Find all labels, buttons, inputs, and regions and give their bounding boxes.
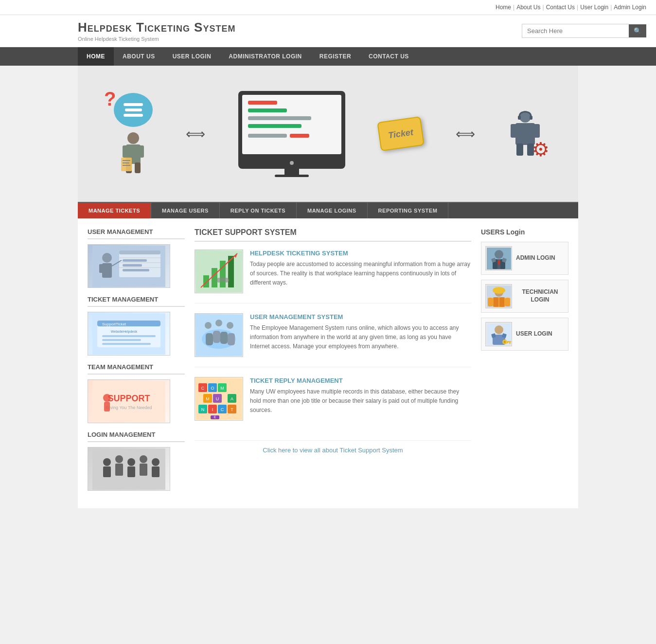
admin-login-label: ADMIN LOGIN xyxy=(516,254,555,262)
ticket-icon: Ticket xyxy=(379,119,423,148)
search-box: 🔍 xyxy=(522,24,646,38)
sidebar-team-management-title: TEAM MANAGEMENT xyxy=(88,363,185,375)
svg-point-115 xyxy=(495,325,503,334)
nav-admin-login[interactable]: ADMINISTRATOR LOGIN xyxy=(220,47,310,66)
left-sidebar: USER MANAGEMENT TI xyxy=(88,228,185,499)
subnav-manage-users[interactable]: MANAGE USERS xyxy=(151,203,220,218)
content-item-user-mgmt: USER MANAGEMENT SYSTEM The Employee Mana… xyxy=(195,313,471,367)
svg-text:A: A xyxy=(230,396,233,401)
content-item-ticket-reply-text: TICKET REPLY MANAGEMENT Many UW employee… xyxy=(250,377,471,421)
right-sidebar: USERS Login ADMIN LOGIN xyxy=(481,228,568,499)
svg-rect-3 xyxy=(138,145,144,158)
svg-rect-37 xyxy=(102,335,156,337)
svg-rect-55 xyxy=(152,466,160,477)
header: Helpdesk Ticketing System Online Helpdes… xyxy=(0,15,656,47)
svg-point-19 xyxy=(102,253,112,263)
content-section-title: TICKET SUPPORT SYSTEM xyxy=(195,228,471,242)
technician-login-label: TECHNICIAN LOGIN xyxy=(516,288,564,304)
svg-text:I: I xyxy=(212,407,213,412)
view-all-link[interactable]: Click here to view all about Ticket Supp… xyxy=(195,440,471,460)
content-item-helpdesk-title: HELPDESK TICKETING SYSTEM xyxy=(250,250,471,257)
main-content: USER MANAGEMENT TI xyxy=(78,218,578,508)
sidebar-login-management-title: LOGIN MANAGEMENT xyxy=(88,431,185,442)
subnav-manage-logins[interactable]: MANAGE LOGINS xyxy=(297,203,368,218)
sidebar-team-management-img: SUPPORT Giving You The Needed xyxy=(88,379,170,423)
subnav-manage-tickets[interactable]: MANAGE TICKETS xyxy=(78,203,151,218)
svg-rect-70 xyxy=(220,332,228,344)
monitor xyxy=(238,91,345,177)
logo-subtitle: Online Helpdesk Ticketing System xyxy=(78,36,235,42)
top-link-contact[interactable]: Contact Us xyxy=(546,4,575,11)
hero-person-left: ? xyxy=(114,93,153,175)
nav-user-login[interactable]: USER LOGIN xyxy=(164,47,220,66)
hero-person-right: ⚙ xyxy=(508,109,542,158)
hero-banner: ? ⟺ xyxy=(78,66,578,202)
separator-4: | xyxy=(610,4,612,11)
svg-rect-2 xyxy=(123,145,128,158)
svg-text:WebsiteHelpdesk: WebsiteHelpdesk xyxy=(111,330,138,334)
content-item-helpdesk: HELPDESK TICKETING SYSTEM Today people a… xyxy=(195,250,471,304)
svg-rect-71 xyxy=(228,333,235,345)
content-item-helpdesk-text: HELPDESK TICKETING SYSTEM Today people a… xyxy=(250,250,471,293)
chat-bubble xyxy=(114,93,153,127)
users-login-title: USERS Login xyxy=(481,228,568,236)
svg-text:SupportTicket: SupportTicket xyxy=(102,322,126,326)
logo: Helpdesk Ticketing System Online Helpdes… xyxy=(78,20,235,42)
svg-point-46 xyxy=(103,458,111,466)
svg-text:C: C xyxy=(220,407,224,412)
top-link-admin-login[interactable]: Admin Login xyxy=(614,4,646,11)
svg-rect-30 xyxy=(123,269,149,271)
svg-rect-58 xyxy=(212,268,217,287)
svg-rect-6 xyxy=(121,158,132,171)
nav-register[interactable]: REGISTER xyxy=(311,47,360,66)
svg-point-73 xyxy=(215,320,222,326)
content-item-user-mgmt-desc: The Employee Management System runs onli… xyxy=(250,323,471,352)
top-bar: Home | About Us | Contact Us | User Logi… xyxy=(0,0,656,15)
svg-rect-14 xyxy=(511,124,517,138)
svg-rect-23 xyxy=(119,250,160,277)
svg-rect-110 xyxy=(499,297,504,307)
svg-text:N: N xyxy=(201,407,204,412)
user-login-card[interactable]: USER LOGIN xyxy=(481,318,568,351)
top-links: Home | About Us | Contact Us | User Logi… xyxy=(496,4,646,11)
search-input[interactable] xyxy=(522,24,629,38)
svg-rect-113 xyxy=(505,298,510,306)
content-item-ticket-reply-img: C O M M U N I C A xyxy=(195,377,243,421)
svg-rect-29 xyxy=(123,264,142,267)
nav-home[interactable]: HOME xyxy=(78,47,114,66)
svg-text:Giving You The Needed: Giving You The Needed xyxy=(106,405,152,410)
svg-point-120 xyxy=(504,341,506,343)
svg-rect-28 xyxy=(123,259,147,262)
svg-rect-22 xyxy=(108,264,112,273)
svg-point-52 xyxy=(140,455,147,463)
svg-rect-44 xyxy=(104,402,110,411)
search-button[interactable]: 🔍 xyxy=(629,24,646,37)
top-link-home[interactable]: Home xyxy=(496,4,511,11)
separator-3: | xyxy=(577,4,578,11)
svg-rect-9 xyxy=(123,165,130,166)
technician-login-icon xyxy=(485,284,512,308)
content-item-user-mgmt-title: USER MANAGEMENT SYSTEM xyxy=(250,313,471,321)
svg-rect-51 xyxy=(127,466,135,477)
nav-about[interactable]: ABOUT US xyxy=(114,47,164,66)
sidebar-ticket-management-title: TICKET MANAGEMENT xyxy=(88,296,185,307)
main-nav: HOME ABOUT US USER LOGIN ADMINISTRATOR L… xyxy=(0,47,656,66)
svg-point-65 xyxy=(224,278,229,283)
top-link-about[interactable]: About Us xyxy=(516,4,540,11)
svg-rect-21 xyxy=(99,264,103,273)
content-item-user-mgmt-img xyxy=(195,313,243,357)
content-item-user-mgmt-text: USER MANAGEMENT SYSTEM The Employee Mana… xyxy=(250,313,471,357)
top-link-user-login[interactable]: User Login xyxy=(580,4,608,11)
technician-login-card[interactable]: TECHNICIAN LOGIN xyxy=(481,280,568,313)
subnav-reporting[interactable]: REPORTING SYSTEM xyxy=(368,203,449,218)
svg-rect-8 xyxy=(123,162,129,163)
sidebar-login-management-img xyxy=(88,447,170,491)
nav-contact[interactable]: CONTACT US xyxy=(360,47,418,66)
svg-text:U: U xyxy=(215,396,219,401)
svg-rect-7 xyxy=(123,160,130,161)
admin-login-card[interactable]: ADMIN LOGIN xyxy=(481,242,568,275)
content-item-helpdesk-desc: Today people are accustomed to accessing… xyxy=(250,260,471,288)
content-item-ticket-reply: C O M M U N I C A xyxy=(195,377,471,430)
sidebar-user-management-title: USER MANAGEMENT xyxy=(88,228,185,239)
subnav-reply-tickets[interactable]: REPLY ON TICKETS xyxy=(220,203,297,218)
